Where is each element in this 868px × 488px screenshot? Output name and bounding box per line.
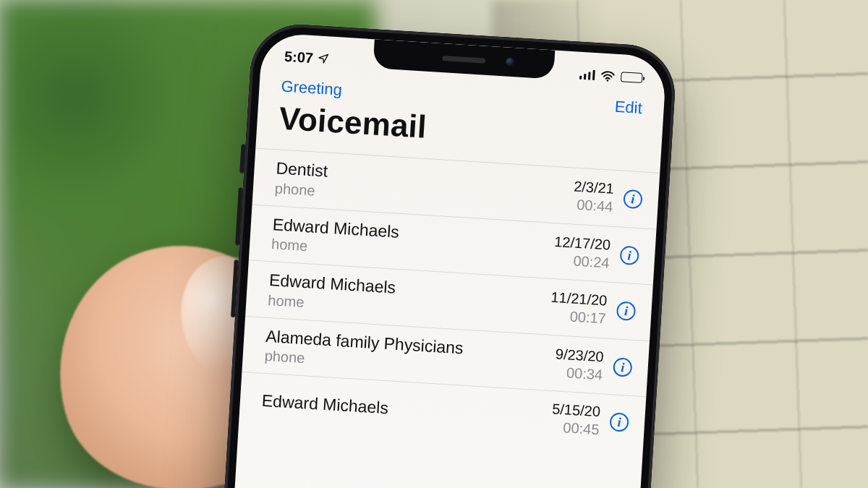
phone-speaker <box>442 56 485 64</box>
info-icon[interactable]: i <box>621 188 644 211</box>
phone-screen: 5:07 <box>219 33 667 488</box>
voicemail-duration: 00:45 <box>550 419 600 440</box>
voicemail-date: 2/3/21 <box>574 178 615 198</box>
wifi-icon <box>600 70 616 82</box>
svg-point-0 <box>607 79 609 81</box>
battery-icon <box>621 72 643 83</box>
location-icon <box>318 53 330 65</box>
info-icon[interactable]: i <box>611 356 634 379</box>
voicemail-date: 5/15/20 <box>552 401 601 421</box>
voicemail-meta: 2/3/2100:44 <box>572 178 616 216</box>
voicemail-row-main: Edward Michaelshome <box>268 270 545 325</box>
info-icon[interactable]: i <box>608 411 631 434</box>
voicemail-row-main: Edward Michaels <box>261 390 545 427</box>
voicemail-duration: 00:24 <box>553 251 610 273</box>
info-icon[interactable]: i <box>618 244 641 267</box>
voicemail-meta: 11/21/2000:17 <box>549 288 609 328</box>
info-icon[interactable]: i <box>615 300 638 323</box>
phone: 5:07 <box>208 22 677 488</box>
voicemail-date: 9/23/20 <box>555 345 604 366</box>
svg-text:i: i <box>631 192 635 207</box>
status-time: 5:07 <box>284 48 313 66</box>
phone-camera <box>506 57 515 67</box>
svg-text:i: i <box>627 248 631 262</box>
voicemail-meta: 12/17/2000:24 <box>553 233 613 273</box>
voicemail-row-main: Edward Michaelshome <box>271 215 548 270</box>
voicemail-caller-name: Edward Michaels <box>261 390 545 427</box>
voicemail-row-main: Dentistphone <box>274 158 567 214</box>
cellular-icon <box>579 69 595 80</box>
greeting-button[interactable]: Greeting <box>281 77 343 100</box>
svg-text:i: i <box>621 360 625 374</box>
photo-scene: 5:07 <box>0 0 868 488</box>
edit-button[interactable]: Edit <box>614 98 642 118</box>
voicemail-row-main: Alameda family Physiciansphone <box>264 327 549 382</box>
phone-side-button <box>239 144 245 173</box>
svg-text:i: i <box>617 415 621 429</box>
svg-text:i: i <box>624 304 628 319</box>
voicemail-duration: 00:17 <box>549 307 606 328</box>
voicemail-date: 11/21/20 <box>550 288 608 310</box>
voicemail-meta: 9/23/2000:34 <box>554 345 606 384</box>
voicemail-list[interactable]: Dentistphone2/3/2100:44iEdward Michaelsh… <box>239 148 660 451</box>
voicemail-duration: 00:34 <box>554 363 603 384</box>
voicemail-meta: 5/15/2000:45 <box>550 401 603 440</box>
voicemail-duration: 00:44 <box>572 196 613 216</box>
voicemail-date: 12/17/20 <box>554 233 611 254</box>
